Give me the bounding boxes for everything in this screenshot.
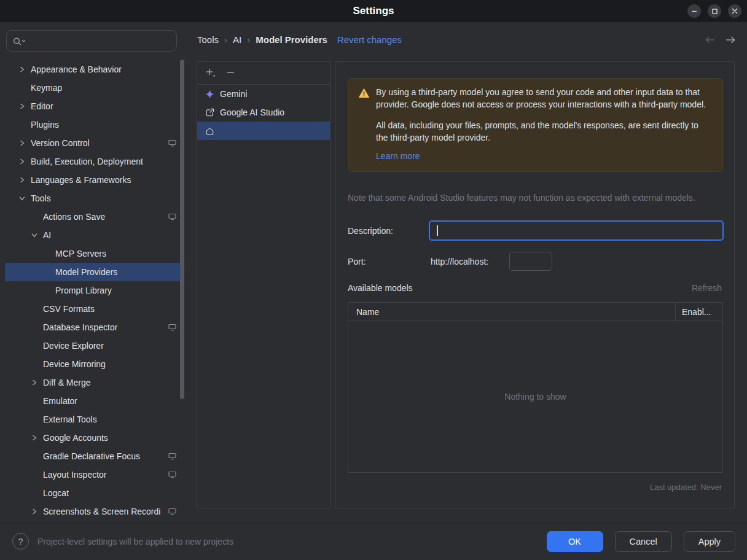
sidebar-item-tools[interactable]: Tools bbox=[5, 189, 184, 208]
sidebar-item-label: Prompt Library bbox=[55, 286, 112, 295]
sidebar-item-mcp-servers[interactable]: MCP Servers bbox=[5, 244, 184, 263]
provider-list-panel: GeminiGoogle AI Studio bbox=[197, 61, 330, 508]
google-ai-studio-icon bbox=[205, 107, 214, 117]
chevron-right-icon[interactable] bbox=[14, 103, 31, 110]
sidebar-item-label: Build, Execution, Deployment bbox=[31, 157, 143, 166]
sidebar-item-google-accounts[interactable]: Google Accounts bbox=[5, 429, 184, 447]
sidebar-item-plugins[interactable]: Plugins bbox=[5, 115, 184, 134]
sidebar-item-keymap[interactable]: Keymap bbox=[5, 79, 184, 97]
sidebar-item-label: Screenshots & Screen Recordi bbox=[43, 507, 160, 516]
minimize-icon bbox=[691, 6, 697, 16]
window-controls bbox=[687, 4, 741, 18]
sidebar-item-logcat[interactable]: Logcat bbox=[5, 484, 184, 502]
maximize-button[interactable] bbox=[708, 4, 721, 18]
sidebar-scrollbar[interactable] bbox=[180, 60, 184, 399]
port-label: Port: bbox=[348, 257, 366, 266]
search-icon bbox=[12, 36, 26, 46]
chevron-down-icon[interactable] bbox=[26, 231, 43, 239]
monitor-icon bbox=[168, 471, 176, 478]
remove-provider-button[interactable] bbox=[227, 68, 235, 79]
third-party-warning-banner: By using a third-party model you agree t… bbox=[348, 78, 723, 172]
localhost-prefix: http://localhost: bbox=[431, 257, 488, 266]
sidebar-item-build-execution-deployment[interactable]: Build, Execution, Deployment bbox=[5, 152, 184, 171]
sidebar-item-label: Version Control bbox=[31, 138, 90, 148]
sidebar-item-prompt-library[interactable]: Prompt Library bbox=[5, 281, 184, 300]
sidebar-item-appearance-behavior[interactable]: Appearance & Behavior bbox=[5, 60, 184, 79]
chevron-right-icon[interactable] bbox=[26, 434, 43, 441]
minimize-button[interactable] bbox=[687, 4, 701, 18]
chevron-right-icon[interactable] bbox=[14, 139, 31, 147]
port-input[interactable] bbox=[509, 252, 552, 271]
chevron-right-icon[interactable] bbox=[14, 158, 31, 165]
empty-state-text: Nothing to show bbox=[504, 392, 566, 402]
sidebar-item-label: Device Mirroring bbox=[43, 359, 106, 369]
sidebar-item-label: Tools bbox=[31, 193, 51, 203]
sidebar-item-model-providers[interactable]: Model Providers bbox=[5, 263, 184, 281]
sidebar-item-csv-formats[interactable]: CSV Formats bbox=[5, 300, 184, 318]
window-title: Settings bbox=[353, 5, 394, 17]
sidebar-item-device-explorer[interactable]: Device Explorer bbox=[5, 336, 184, 355]
chevron-down-icon[interactable] bbox=[14, 195, 31, 202]
provider-item-label: Gemini bbox=[220, 89, 247, 99]
sidebar-item-label: Gradle Declarative Focus bbox=[43, 451, 140, 461]
sidebar-item-label: Model Providers bbox=[55, 267, 117, 277]
sidebar-item-label: Diff & Merge bbox=[43, 378, 91, 387]
revert-changes-link[interactable]: Revert changes bbox=[337, 34, 402, 45]
sidebar-item-gradle-declarative-focus[interactable]: Gradle Declarative Focus bbox=[5, 447, 184, 465]
sidebar-item-label: Database Inspector bbox=[43, 322, 117, 332]
monitor-icon bbox=[168, 213, 176, 220]
sidebar-item-actions-on-save[interactable]: Actions on Save bbox=[5, 208, 184, 226]
sidebar-item-version-control[interactable]: Version Control bbox=[5, 134, 184, 152]
breadcrumb-tools[interactable]: Tools bbox=[197, 34, 219, 45]
help-icon[interactable]: ? bbox=[12, 533, 29, 550]
settings-search-box[interactable] bbox=[6, 30, 177, 52]
sidebar-item-database-inspector[interactable]: Database Inspector bbox=[5, 318, 184, 336]
forward-icon[interactable] bbox=[725, 36, 736, 44]
add-provider-button[interactable] bbox=[205, 68, 216, 79]
sidebar-item-external-tools[interactable]: External Tools bbox=[5, 410, 184, 429]
refresh-link[interactable]: Refresh bbox=[692, 283, 722, 293]
provider-item-new[interactable] bbox=[197, 122, 330, 140]
search-input[interactable] bbox=[29, 36, 171, 47]
sidebar-item-screenshots-screen-recordi[interactable]: Screenshots & Screen Recordi bbox=[5, 502, 184, 521]
monitor-icon bbox=[168, 324, 176, 331]
sidebar-item-emulator[interactable]: Emulator bbox=[5, 392, 184, 410]
description-label: Description: bbox=[348, 226, 393, 236]
cancel-button[interactable]: Cancel bbox=[615, 531, 672, 552]
sidebar-item-languages-frameworks[interactable]: Languages & Frameworks bbox=[5, 171, 184, 189]
sidebar-item-device-mirroring[interactable]: Device Mirroring bbox=[5, 355, 184, 373]
sidebar-item-layout-inspector[interactable]: Layout Inspector bbox=[5, 465, 184, 484]
sidebar-item-label: Layout Inspector bbox=[43, 470, 107, 480]
sidebar-item-editor[interactable]: Editor bbox=[5, 97, 184, 115]
sidebar-item-label: Logcat bbox=[43, 488, 69, 498]
close-button[interactable] bbox=[728, 4, 741, 18]
warning-icon bbox=[358, 88, 370, 98]
back-icon[interactable] bbox=[705, 36, 715, 44]
sidebar-item-label: External Tools bbox=[43, 414, 97, 424]
provider-toolbar bbox=[197, 62, 330, 85]
learn-more-link[interactable]: Learn more bbox=[376, 151, 420, 161]
sidebar-item-diff-merge[interactable]: Diff & Merge bbox=[5, 373, 184, 392]
chevron-right-icon[interactable] bbox=[26, 508, 43, 515]
sidebar-item-ai[interactable]: AI bbox=[5, 226, 184, 244]
provider-item-google-ai-studio[interactable]: Google AI Studio bbox=[197, 103, 330, 122]
ok-button[interactable]: OK bbox=[547, 531, 603, 552]
warning-paragraph-2: All data, including your files, prompts,… bbox=[376, 120, 713, 144]
sidebar-item-label: Plugins bbox=[31, 120, 59, 130]
chevron-right-icon[interactable] bbox=[26, 379, 43, 386]
chevron-right-icon[interactable] bbox=[14, 66, 31, 73]
chevron-right-icon[interactable] bbox=[14, 176, 31, 184]
sidebar-item-label: AI bbox=[43, 230, 51, 240]
description-input[interactable] bbox=[430, 222, 722, 239]
breadcrumb-separator: › bbox=[247, 34, 250, 45]
column-header-name: Name bbox=[348, 303, 675, 321]
text-caret bbox=[437, 225, 438, 236]
apply-button[interactable]: Apply bbox=[684, 531, 735, 552]
sidebar-item-label: Languages & Frameworks bbox=[31, 175, 131, 185]
provider-item-gemini[interactable]: Gemini bbox=[197, 85, 330, 103]
close-icon bbox=[732, 6, 738, 16]
sidebar-item-label: MCP Servers bbox=[55, 249, 106, 259]
models-table-header: Name Enabl... bbox=[348, 303, 722, 321]
breadcrumb-ai[interactable]: AI bbox=[233, 34, 241, 45]
sidebar-item-label: Editor bbox=[31, 101, 53, 111]
